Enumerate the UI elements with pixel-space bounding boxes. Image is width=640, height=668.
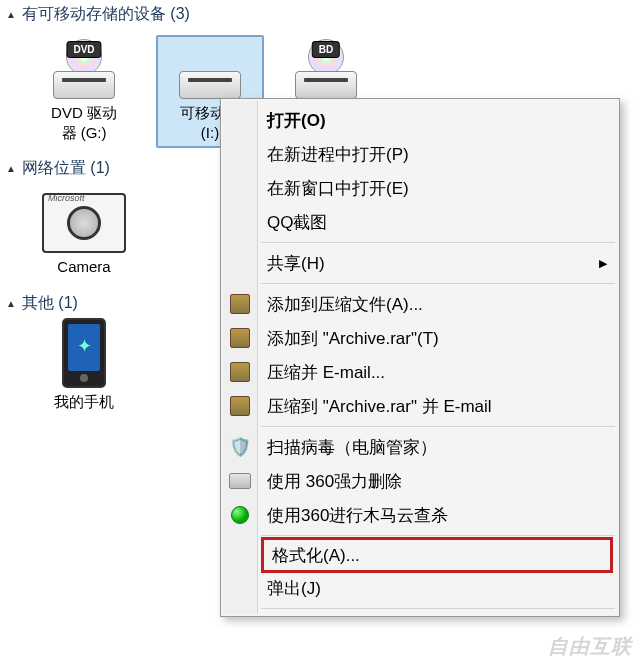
watermark: 自由互联 <box>548 633 632 660</box>
menu-360-cloud-scan[interactable]: 使用360进行木马云查杀 <box>223 498 617 532</box>
section-title: 网络位置 (1) <box>22 158 110 179</box>
highlight-format: 格式化(A)... <box>261 537 613 573</box>
menu-open[interactable]: 打开(O) <box>223 103 617 137</box>
rar-icon <box>229 361 251 383</box>
rar-icon <box>229 327 251 349</box>
dvd-drive-icon: DVD <box>34 41 134 99</box>
device-dvd-drive[interactable]: DVD DVD 驱动 器 (G:) <box>30 35 138 148</box>
menu-separator <box>261 535 615 536</box>
menu-scan-virus[interactable]: 🛡️ 扫描病毒（电脑管家） <box>223 430 617 464</box>
shredder-icon <box>229 470 251 492</box>
device-label: 我的手机 <box>34 392 134 412</box>
menu-open-new-window[interactable]: 在新窗口中打开(E) <box>223 171 617 205</box>
bd-drive-icon: BD <box>286 41 366 99</box>
menu-qq-screenshot[interactable]: QQ截图 <box>223 205 617 239</box>
menu-separator <box>261 242 615 243</box>
menu-360-force-delete[interactable]: 使用 360强力删除 <box>223 464 617 498</box>
collapse-icon: ▲ <box>6 163 16 174</box>
rar-icon <box>229 293 251 315</box>
menu-add-to-archive[interactable]: 添加到压缩文件(A)... <box>223 287 617 321</box>
section-header-removable[interactable]: ▲ 有可移动存储的设备 (3) <box>0 0 640 29</box>
removable-disk-icon <box>160 41 260 99</box>
menu-open-new-process[interactable]: 在新进程中打开(P) <box>223 137 617 171</box>
camera-icon: Microsoft <box>34 195 134 253</box>
device-label: Camera <box>34 257 134 277</box>
menu-separator <box>261 283 615 284</box>
menu-eject[interactable]: 弹出(J) <box>223 571 617 605</box>
shield-icon: 🛡️ <box>229 436 251 458</box>
menu-format[interactable]: 格式化(A)... <box>264 540 610 570</box>
menu-add-to-archive-rar[interactable]: 添加到 "Archive.rar"(T) <box>223 321 617 355</box>
collapse-icon: ▲ <box>6 298 16 309</box>
menu-separator <box>261 608 615 609</box>
menu-compress-rar-email[interactable]: 压缩到 "Archive.rar" 并 E-mail <box>223 389 617 423</box>
menu-share[interactable]: 共享(H) ▶ <box>223 246 617 280</box>
context-menu: 打开(O) 在新进程中打开(P) 在新窗口中打开(E) QQ截图 共享(H) ▶… <box>220 98 620 617</box>
device-label: DVD 驱动 器 (G:) <box>34 103 134 142</box>
device-camera[interactable]: Microsoft Camera <box>30 189 138 283</box>
rar-icon <box>229 395 251 417</box>
menu-compress-email[interactable]: 压缩并 E-mail... <box>223 355 617 389</box>
section-title: 其他 (1) <box>22 293 78 314</box>
device-my-phone[interactable]: ✦ 我的手机 <box>30 324 138 418</box>
menu-separator <box>261 426 615 427</box>
collapse-icon: ▲ <box>6 9 16 20</box>
submenu-arrow-icon: ▶ <box>599 257 607 270</box>
phone-icon: ✦ <box>34 330 134 388</box>
360-icon <box>229 504 251 526</box>
section-title: 有可移动存储的设备 (3) <box>22 4 190 25</box>
